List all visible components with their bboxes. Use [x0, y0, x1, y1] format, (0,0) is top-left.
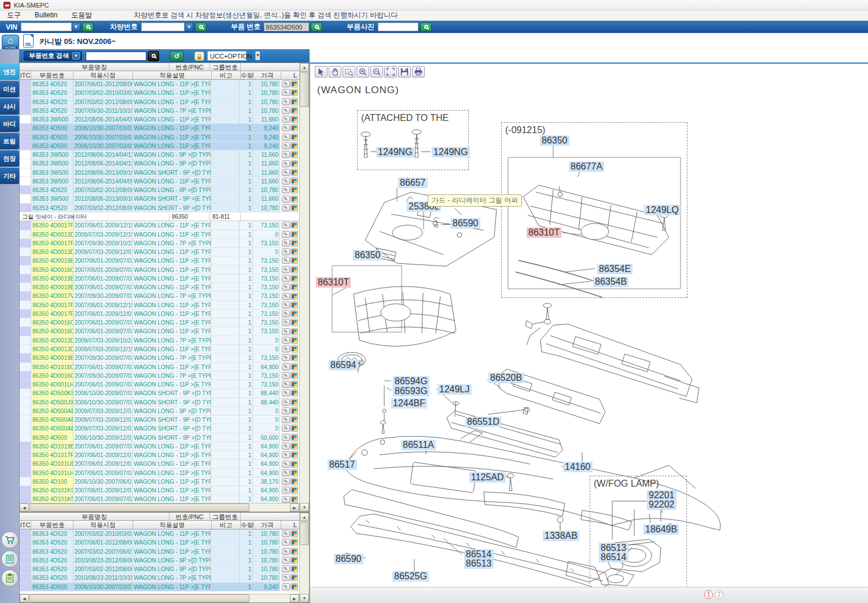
diagram-link-icon[interactable]	[290, 204, 298, 211]
diagram-link-icon[interactable]	[290, 381, 298, 388]
diagram-link-icon[interactable]	[290, 196, 298, 203]
scroll-left-icon[interactable]: ◀	[20, 503, 29, 512]
edit-icon[interactable]: ✎	[282, 293, 290, 300]
part-label-86513[interactable]: 86513	[464, 558, 494, 569]
table-row[interactable]: 86353 4D5002006/10/30-2007/03/02WAGON LO…	[20, 583, 299, 591]
part-photo-search-button[interactable]	[420, 23, 432, 32]
table-row[interactable]: 86353 3W5002012/08/06-2014/04/11WAGON LO…	[20, 150, 299, 159]
table-row[interactable]: 86350 4D0016C2007/06/01-2009/07/03WAGON …	[20, 266, 299, 274]
scroll-right-icon[interactable]: ▶	[290, 503, 299, 512]
edit-icon[interactable]: ✎	[282, 574, 290, 581]
part-label-86520B[interactable]: 86520B	[488, 373, 524, 383]
table-row[interactable]: 86353 4D5202010/08/23-2011/10/10WAGON LO…	[20, 573, 299, 582]
menu-item[interactable]: Bulletin	[28, 11, 64, 19]
table-row[interactable]: 86350 4D500ABP2009/07/03-2009/12/01WAGON…	[20, 424, 299, 433]
edit-icon[interactable]: ✎	[282, 231, 290, 238]
print-button[interactable]	[412, 66, 425, 78]
car-no-dropdown-icon[interactable]: ▼	[185, 23, 193, 31]
horizontal-scrollbar[interactable]: ◀ ▶	[20, 594, 299, 602]
diagram-link-icon[interactable]	[290, 539, 298, 546]
table-row[interactable]: 86353 4D5202010/08/23-2012/08/06WAGON LO…	[20, 556, 299, 565]
sidebar-item-전장[interactable]: 전장	[0, 150, 19, 167]
part-label-86350[interactable]: 86350	[540, 135, 569, 146]
table-row[interactable]: 86350 4D0017P2007/06/01-2009/12/15WAGON …	[20, 301, 299, 310]
table-row[interactable]: 86353 4D5002006/10/30-2007/03/02WAGON LO…	[20, 142, 299, 150]
table-row[interactable]: 86353 3W5002012/08/06-2013/09/16WAGON SH…	[20, 194, 299, 203]
diagram-link-icon[interactable]	[290, 293, 298, 300]
edit-icon[interactable]: ✎	[282, 319, 290, 326]
diagram-link-icon[interactable]	[290, 257, 298, 264]
diagram-link-icon[interactable]	[290, 434, 298, 441]
edit-icon[interactable]: ✎	[282, 275, 290, 282]
edit-icon[interactable]: ✎	[282, 539, 290, 546]
edit-icon[interactable]: ✎	[282, 151, 290, 158]
edit-icon[interactable]: ✎	[282, 89, 290, 96]
edit-icon[interactable]: ✎	[282, 399, 290, 406]
edit-icon[interactable]: ✎	[282, 222, 290, 229]
part-label-1244BF[interactable]: 1244BF	[391, 398, 427, 409]
part-no-input[interactable]	[264, 23, 309, 31]
diagram-link-icon[interactable]	[290, 142, 298, 149]
sidebar-item-바디[interactable]: 바디	[0, 116, 19, 132]
vertical-scrollbar[interactable]: ▲ ▼	[299, 513, 309, 602]
table-row[interactable]: 86353 3W5002012/08/06-2014/04/09WAGON LO…	[20, 115, 299, 124]
edit-icon[interactable]: ✎	[282, 116, 290, 123]
part-search-input[interactable]	[86, 52, 146, 61]
edit-icon[interactable]: ✎	[282, 186, 290, 193]
diagram-link-icon[interactable]	[290, 169, 298, 176]
vin-search-button[interactable]	[82, 23, 94, 32]
table-row[interactable]: 86353 3W5002012/08/06-2013/09/16WAGON SH…	[20, 168, 299, 177]
diagram-link-icon[interactable]	[290, 116, 298, 123]
edit-icon[interactable]: ✎	[282, 487, 290, 494]
fit-view-button[interactable]	[384, 66, 397, 78]
edit-icon[interactable]: ✎	[282, 160, 290, 167]
part-label-86590[interactable]: 86590	[451, 218, 480, 229]
car-no-input[interactable]	[141, 23, 185, 31]
table-row[interactable]: 86350 4D0017P2007/06/01-2009/12/15WAGON …	[20, 221, 299, 230]
table-row[interactable]: 86350 4D1002006/10/30-2007/06/01WAGON LO…	[20, 477, 299, 486]
table-row[interactable]: 86350 4D0019B2007/09/30-2009/07/03WAGON …	[20, 354, 299, 362]
table-row[interactable]: 86350 4D500ABP2009/07/03-2009/12/01WAGON…	[20, 407, 299, 416]
diagram-link-icon[interactable]	[290, 80, 298, 87]
diagram-link-icon[interactable]	[290, 248, 298, 255]
diagram-link-icon[interactable]	[290, 530, 298, 537]
diagram-link-icon[interactable]	[290, 461, 298, 468]
diagram-link-icon[interactable]	[290, 469, 298, 476]
diagram-link-icon[interactable]	[290, 372, 298, 379]
part-label-86551D[interactable]: 86551D	[465, 417, 501, 427]
edit-icon[interactable]: ✎	[282, 266, 290, 273]
diagram-link-icon[interactable]	[290, 451, 298, 458]
menu-item[interactable]: 도움말	[64, 11, 99, 19]
part-label-14160[interactable]: 14160	[563, 462, 593, 472]
sidebar-item-트림[interactable]: 트림	[0, 133, 19, 149]
part-photo-input[interactable]	[378, 23, 418, 31]
option-select[interactable]: UCC+OPTION ▼	[207, 51, 247, 61]
part-label-86354B[interactable]: 86354B	[593, 277, 628, 287]
edit-icon[interactable]: ✎	[282, 80, 290, 87]
diagram-link-icon[interactable]	[290, 302, 298, 308]
edit-icon[interactable]: ✎	[282, 178, 290, 185]
diagram-link-icon[interactable]	[290, 407, 298, 414]
part-label-86310T[interactable]: 86310T	[527, 227, 561, 238]
table-row[interactable]: 86350 4D0019B2007/06/01-2009/07/03WAGON …	[20, 256, 299, 265]
part-label-86594G[interactable]: 86594G	[393, 376, 429, 387]
table-row[interactable]: 86350 4D0019B2007/06/01-2009/07/03WAGON …	[20, 283, 299, 292]
edit-icon[interactable]: ✎	[282, 257, 290, 264]
edit-icon[interactable]: ✎	[282, 389, 290, 396]
diagram-link-icon[interactable]	[290, 354, 298, 361]
table-row[interactable]: 86350 4D500K52006/10/30-2009/07/03WAGON …	[20, 389, 299, 398]
diagram-link-icon[interactable]	[290, 478, 298, 485]
select-tool-button[interactable]	[315, 66, 328, 78]
edit-icon[interactable]: ✎	[282, 204, 290, 211]
sidebar-item-샤시[interactable]: 샤시	[0, 98, 19, 115]
scroll-down-icon[interactable]: ▼	[300, 503, 309, 512]
cart-button[interactable]	[1, 531, 19, 549]
edit-icon[interactable]: ✎	[282, 407, 290, 414]
diagram-link-icon[interactable]	[290, 160, 298, 167]
diagram-link-icon[interactable]	[290, 275, 298, 282]
diagram-link-icon[interactable]	[290, 222, 298, 229]
edit-icon[interactable]: ✎	[282, 302, 290, 308]
table-row[interactable]: 86350 4D0016C2007/09/30-2009/07/03WAGON …	[20, 372, 299, 380]
part-label-86511A[interactable]: 86511A	[401, 440, 436, 450]
oil-info-button[interactable]: OIL	[23, 34, 34, 47]
